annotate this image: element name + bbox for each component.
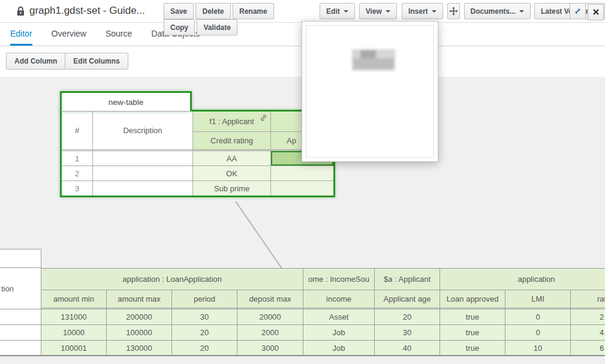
caret-down-icon (432, 10, 437, 13)
row-number-cell[interactable]: 2 (62, 166, 93, 181)
caret-down-icon (344, 10, 348, 13)
table-cell[interactable]: 20 (172, 325, 237, 341)
column-header-loan-approved[interactable]: Loan approved (440, 290, 505, 309)
description-cell[interactable] (93, 181, 193, 195)
description-cell[interactable] (0, 341, 41, 356)
delete-button[interactable]: Delete (195, 3, 230, 19)
table-cell[interactable]: 100000 (107, 325, 172, 341)
window-controls (570, 3, 604, 20)
table-cell[interactable]: 30 (375, 325, 440, 341)
documents-menu-button[interactable]: Documents... (464, 3, 531, 19)
table-cell[interactable]: 20 (375, 309, 440, 325)
asset-title: graph1.gdst-set - Guide... (16, 5, 145, 17)
expand-icon (574, 7, 582, 15)
table-cell[interactable]: 10 (505, 341, 571, 356)
decision-table-title[interactable]: new-table (60, 91, 192, 112)
table-cell[interactable]: 6 (571, 341, 605, 356)
table-cell[interactable]: Asset (303, 309, 375, 325)
row-number-cell[interactable]: 1 (62, 151, 93, 166)
group-header-application[interactable]: application (440, 268, 605, 290)
editor-action-bar: Add Column Edit Columns (6, 53, 128, 70)
row-number-cell[interactable]: 3 (62, 181, 93, 195)
table-cell[interactable]: 131000 (41, 309, 107, 325)
table-cell[interactable]: true (440, 325, 505, 341)
group-header-income-source[interactable]: ome : IncomeSou (303, 268, 375, 290)
column-header-rate[interactable]: rat (571, 290, 605, 309)
tab-overview[interactable]: Overview (52, 23, 86, 46)
rename-button[interactable]: Rename (233, 3, 274, 19)
decision-table: # Description f1 : Applicant Credit rati… (60, 110, 335, 197)
table-cell[interactable]: true (440, 309, 505, 325)
credit-rating-cell[interactable]: Sub prime (193, 181, 271, 195)
edit-columns-button[interactable]: Edit Columns (65, 53, 128, 70)
edit-menu-button[interactable]: Edit (320, 3, 355, 19)
table-cell[interactable]: 10000 (41, 325, 107, 341)
table-cell[interactable]: 100001 (41, 341, 107, 356)
popup-content (306, 25, 434, 158)
description-cell[interactable] (93, 151, 193, 166)
column-header-amount-min[interactable]: amount min (41, 290, 107, 309)
table-title-cell[interactable] (0, 249, 41, 268)
group-header-applicant[interactable]: $a : Applicant (375, 268, 440, 290)
table-cell[interactable]: 2000 (237, 325, 303, 341)
lock-icon (16, 6, 25, 16)
table-cell[interactable]: 3000 (237, 341, 303, 356)
loan-data-table: tion application : LoanApplication ome :… (0, 249, 605, 356)
row-number-header[interactable]: # (62, 112, 93, 151)
description-cell[interactable] (0, 325, 41, 341)
application-window: graph1.gdst-set - Guide... Save Delete R… (0, 0, 605, 364)
close-icon (593, 9, 599, 15)
table-cell[interactable]: Job (303, 341, 375, 356)
popup-dialog (302, 21, 438, 162)
column-header-deposit-max[interactable]: deposit max (237, 290, 303, 309)
table-cell[interactable]: 20 (172, 341, 237, 356)
expand-button[interactable] (570, 3, 586, 19)
column-header-amount-max[interactable]: amount max (107, 290, 172, 309)
move-icon (449, 7, 458, 16)
description-header-fragment[interactable]: tion (0, 268, 41, 309)
tab-source[interactable]: Source (106, 23, 132, 46)
table-cell[interactable]: 200000 (107, 309, 172, 325)
column-header-credit-rating[interactable]: Credit rating (193, 132, 271, 151)
insert-menu-button[interactable]: Insert (402, 3, 443, 19)
value-cell[interactable] (271, 181, 333, 195)
column-header-applicant-age[interactable]: Applicant age (375, 290, 440, 309)
move-button[interactable] (447, 3, 460, 19)
table-cell[interactable]: 30 (172, 309, 237, 325)
table-cell[interactable]: 130000 (107, 341, 172, 356)
description-cell[interactable] (93, 166, 193, 181)
table-cell[interactable]: 4 (571, 325, 605, 341)
description-header[interactable]: Description (93, 112, 193, 151)
description-cell[interactable] (0, 309, 41, 325)
add-column-button[interactable]: Add Column (6, 53, 65, 70)
column-group-header-f1-applicant[interactable]: f1 : Applicant (193, 112, 271, 132)
value-cell[interactable] (271, 166, 333, 181)
table-cell[interactable]: 0 (505, 325, 571, 341)
window-button-group (570, 3, 604, 20)
caret-down-icon (386, 10, 390, 13)
save-button[interactable]: Save (164, 3, 194, 19)
tab-editor[interactable]: Editor (10, 23, 32, 46)
title-bar: graph1.gdst-set - Guide... Save Delete R… (0, 0, 605, 23)
table-cell[interactable]: 2 (571, 309, 605, 325)
credit-rating-cell[interactable]: OK (193, 166, 271, 181)
table-cell[interactable]: 0 (505, 309, 571, 325)
view-menu-button[interactable]: View (359, 3, 397, 19)
file-button-group: Save Delete Rename Copy Validate (164, 3, 305, 35)
column-header-period[interactable]: period (172, 290, 237, 309)
page-title: graph1.gdst-set - Guide... (29, 5, 145, 17)
link-icon (260, 114, 267, 122)
table-cell[interactable]: 20000 (237, 309, 303, 325)
copy-button[interactable]: Copy (164, 19, 195, 35)
credit-rating-cell[interactable]: AA (193, 151, 271, 166)
column-header-income[interactable]: income (303, 290, 375, 309)
blurred-content (350, 48, 398, 73)
group-header-loan-application[interactable]: application : LoanApplication (41, 268, 303, 290)
table-cell[interactable]: 40 (375, 341, 440, 356)
validate-button[interactable]: Validate (197, 19, 237, 35)
table-cell[interactable]: Job (303, 325, 375, 341)
column-header-lmi[interactable]: LMI (505, 290, 571, 309)
caret-down-icon (519, 10, 524, 13)
close-button[interactable] (588, 4, 604, 20)
table-cell[interactable]: true (440, 341, 505, 356)
